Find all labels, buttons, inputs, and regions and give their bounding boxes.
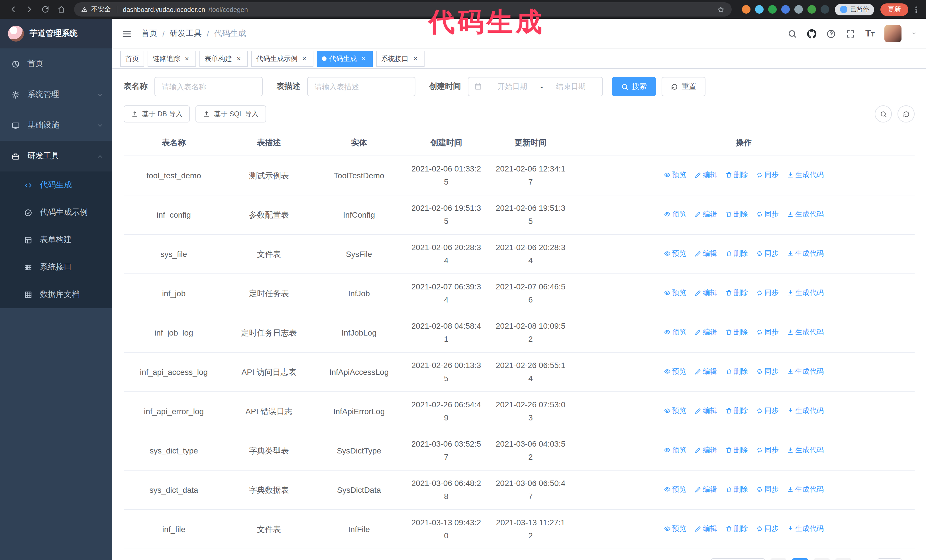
tab-home[interactable]: 首页 bbox=[120, 51, 144, 66]
extension-icon-7[interactable] bbox=[820, 5, 829, 14]
browser-back-icon[interactable] bbox=[6, 2, 21, 17]
row-action-generate-code[interactable]: 生成代码 bbox=[787, 208, 824, 221]
row-action-delete[interactable]: 删除 bbox=[725, 208, 748, 221]
table-desc-input[interactable] bbox=[307, 77, 415, 96]
sidebar-subitem-codegen[interactable]: 代码生成 bbox=[0, 172, 112, 199]
paused-badge[interactable]: 已暂停 bbox=[835, 4, 874, 15]
toggle-search-button[interactable] bbox=[875, 106, 892, 122]
bookmark-star-icon[interactable] bbox=[717, 5, 725, 14]
pagination-goto-input[interactable] bbox=[878, 558, 902, 560]
row-action-edit[interactable]: 编辑 bbox=[694, 522, 717, 536]
row-action-edit[interactable]: 编辑 bbox=[694, 247, 717, 260]
row-action-sync[interactable]: 同步 bbox=[756, 287, 779, 300]
row-action-preview[interactable]: 预览 bbox=[664, 522, 686, 536]
extension-icon-2[interactable] bbox=[755, 5, 764, 14]
refresh-table-button[interactable] bbox=[897, 106, 915, 122]
help-icon[interactable] bbox=[826, 29, 836, 38]
tab-close-icon[interactable]: × bbox=[360, 55, 368, 63]
row-action-generate-code[interactable]: 生成代码 bbox=[787, 287, 824, 300]
sidebar-item-devtools[interactable]: 研发工具 bbox=[0, 141, 112, 172]
table-name-input[interactable] bbox=[154, 77, 263, 96]
extension-icon-6[interactable] bbox=[808, 5, 816, 14]
sidebar-item-home[interactable]: 首页 bbox=[0, 48, 112, 79]
tab-tracer[interactable]: 链路追踪× bbox=[148, 51, 196, 66]
pagination-prev-button[interactable] bbox=[770, 558, 787, 560]
row-action-delete[interactable]: 删除 bbox=[725, 483, 748, 496]
import-db-button[interactable]: 基于 DB 导入 bbox=[124, 106, 190, 122]
breadcrumb-item[interactable]: 研发工具 bbox=[170, 29, 202, 39]
row-action-preview[interactable]: 预览 bbox=[664, 247, 686, 260]
row-action-preview[interactable]: 预览 bbox=[664, 405, 686, 418]
row-action-generate-code[interactable]: 生成代码 bbox=[787, 444, 824, 457]
row-action-edit[interactable]: 编辑 bbox=[694, 365, 717, 378]
extension-icon-4[interactable] bbox=[781, 5, 790, 14]
pagination-next-button[interactable] bbox=[835, 558, 851, 560]
sidebar-subitem-db-doc[interactable]: 数据库文档 bbox=[0, 281, 112, 308]
row-action-preview[interactable]: 预览 bbox=[664, 483, 686, 496]
extension-icon-5[interactable] bbox=[794, 5, 803, 14]
tab-codegen[interactable]: 代码生成× bbox=[317, 51, 373, 66]
pagination-page-1[interactable]: 1 bbox=[792, 558, 808, 560]
row-action-delete[interactable]: 删除 bbox=[725, 247, 748, 260]
row-action-sync[interactable]: 同步 bbox=[756, 365, 779, 378]
row-action-generate-code[interactable]: 生成代码 bbox=[787, 169, 824, 182]
row-action-preview[interactable]: 预览 bbox=[664, 169, 686, 182]
row-action-edit[interactable]: 编辑 bbox=[694, 483, 717, 496]
row-action-generate-code[interactable]: 生成代码 bbox=[787, 326, 824, 339]
browser-home-icon[interactable] bbox=[54, 2, 68, 17]
row-action-sync[interactable]: 同步 bbox=[756, 247, 779, 260]
row-action-edit[interactable]: 编辑 bbox=[694, 326, 717, 339]
sidebar-item-system[interactable]: 系统管理 bbox=[0, 79, 112, 110]
tab-close-icon[interactable]: × bbox=[412, 55, 419, 63]
browser-menu-icon[interactable] bbox=[912, 5, 920, 14]
row-action-edit[interactable]: 编辑 bbox=[694, 444, 717, 457]
row-action-edit[interactable]: 编辑 bbox=[694, 208, 717, 221]
breadcrumb-item[interactable]: 首页 bbox=[141, 29, 157, 39]
github-icon[interactable] bbox=[807, 29, 817, 38]
row-action-sync[interactable]: 同步 bbox=[756, 208, 779, 221]
font-size-icon[interactable]: TT bbox=[865, 29, 875, 38]
browser-forward-icon[interactable] bbox=[22, 2, 36, 17]
row-action-delete[interactable]: 删除 bbox=[725, 522, 748, 536]
tab-codegen-example[interactable]: 代码生成示例× bbox=[251, 51, 313, 66]
row-action-preview[interactable]: 预览 bbox=[664, 287, 686, 300]
row-action-sync[interactable]: 同步 bbox=[756, 483, 779, 496]
reset-button[interactable]: 重置 bbox=[661, 77, 705, 96]
sidebar-subitem-form-builder[interactable]: 表单构建 bbox=[0, 226, 112, 254]
sidebar-subitem-system-api[interactable]: 系统接口 bbox=[0, 254, 112, 281]
row-action-sync[interactable]: 同步 bbox=[756, 444, 779, 457]
avatar-caret-down-icon[interactable] bbox=[911, 31, 917, 36]
row-action-delete[interactable]: 删除 bbox=[725, 287, 748, 300]
tab-form-builder[interactable]: 表单构建× bbox=[200, 51, 248, 66]
row-action-delete[interactable]: 删除 bbox=[725, 444, 748, 457]
row-action-sync[interactable]: 同步 bbox=[756, 326, 779, 339]
tab-close-icon[interactable]: × bbox=[235, 55, 243, 63]
row-action-preview[interactable]: 预览 bbox=[664, 365, 686, 378]
extension-icon-3[interactable] bbox=[768, 5, 777, 14]
tab-close-icon[interactable]: × bbox=[183, 55, 191, 63]
row-action-edit[interactable]: 编辑 bbox=[694, 287, 717, 300]
row-action-preview[interactable]: 预览 bbox=[664, 444, 686, 457]
row-action-delete[interactable]: 删除 bbox=[725, 405, 748, 418]
user-avatar[interactable] bbox=[884, 25, 902, 42]
row-action-generate-code[interactable]: 生成代码 bbox=[787, 522, 824, 536]
row-action-preview[interactable]: 预览 bbox=[664, 326, 686, 339]
row-action-sync[interactable]: 同步 bbox=[756, 169, 779, 182]
sidebar-toggle-icon[interactable] bbox=[121, 28, 132, 39]
tab-system-api[interactable]: 系统接口× bbox=[376, 51, 425, 66]
row-action-sync[interactable]: 同步 bbox=[756, 522, 779, 536]
row-action-preview[interactable]: 预览 bbox=[664, 208, 686, 221]
row-action-generate-code[interactable]: 生成代码 bbox=[787, 405, 824, 418]
header-search-icon[interactable] bbox=[788, 29, 797, 38]
extension-icon-1[interactable] bbox=[742, 5, 750, 14]
browser-update-button[interactable]: 更新 bbox=[881, 3, 908, 16]
import-sql-button[interactable]: 基于 SQL 导入 bbox=[196, 106, 266, 122]
row-action-delete[interactable]: 删除 bbox=[725, 326, 748, 339]
sidebar-logo[interactable]: 芋道管理系统 bbox=[0, 19, 112, 48]
row-action-generate-code[interactable]: 生成代码 bbox=[787, 365, 824, 378]
create-time-range-picker[interactable]: 开始日期 - 结束日期 bbox=[468, 77, 603, 96]
address-bar[interactable]: 不安全 dashboard.yudao.iocoder.cn/tool/code… bbox=[74, 2, 732, 17]
sidebar-item-infra[interactable]: 基础设施 bbox=[0, 110, 112, 141]
row-action-delete[interactable]: 删除 bbox=[725, 365, 748, 378]
tab-close-icon[interactable]: × bbox=[300, 55, 308, 63]
